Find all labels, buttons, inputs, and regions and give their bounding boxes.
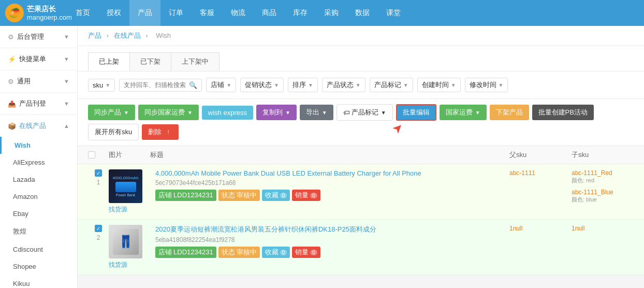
expand-sku-button[interactable]: 展开所有sku [88, 124, 139, 140]
sidebar-group-general: ⚙ 通用 ▼ [0, 70, 77, 93]
table-row: 2 👖 找货源 2020夏季运动短裤潮流宽松港风男装五分裤针织休闲裤DK18-P… [78, 220, 644, 275]
red-arrow-indicator: ➤ [389, 119, 406, 137]
chevron-icon: ▼ [64, 100, 69, 107]
table-header-child-sku: 子sku [572, 150, 634, 160]
sync-product-arrow: ▼ [124, 110, 129, 116]
export-arrow: ▼ [322, 110, 327, 116]
wish-express-button[interactable]: wish express [202, 106, 253, 120]
sidebar-group-publish-header[interactable]: 📤 产品刊登 ▼ [0, 93, 77, 114]
row2-collect-count: 0 [280, 250, 287, 255]
table-row: 1 4000,000mAh Power Bank 找货源 4,000,000mA… [78, 164, 644, 220]
row2-find-source[interactable]: 找货源 [109, 261, 150, 269]
product-tag-button[interactable]: 🏷 产品标记 ▼ [336, 104, 393, 121]
nav-product[interactable]: 产品 [129, 0, 160, 26]
search-icon: 🔍 [189, 81, 197, 89]
store-filter-arrow: ▼ [226, 82, 231, 88]
breadcrumb-sep1: › [107, 32, 111, 39]
sidebar: ⚙ 后台管理 ▼ ⚡ 快捷菜单 ▼ ⚙ 通用 ▼ [0, 26, 78, 288]
chevron-icon: ▼ [64, 34, 69, 40]
search-box[interactable]: 🔍 [119, 79, 202, 92]
row1-product-id: 5ec79073e44fce425b171a68 [155, 179, 509, 186]
country-shipping-arrow: ▼ [475, 110, 480, 116]
take-down-button[interactable]: 下架产品 [490, 105, 529, 120]
batch-create-pb-button[interactable]: 批量创建PB活动 [532, 105, 594, 120]
tab-delisted[interactable]: 已下架 [129, 52, 171, 71]
nav-home[interactable]: 首页 [67, 0, 98, 26]
sidebar-item-shopee[interactable]: Shopee [0, 258, 77, 275]
sidebar-group-quickmenu-header[interactable]: ⚡ 快捷菜单 ▼ [0, 48, 77, 70]
breadcrumb-online[interactable]: 在线产品 [114, 32, 141, 39]
tab-listing[interactable]: 上下架中 [171, 52, 219, 71]
create-time-filter-arrow: ▼ [451, 82, 456, 88]
sort-filter[interactable]: 排序 ▼ [288, 78, 318, 92]
search-input[interactable] [124, 81, 186, 89]
row1-parent-sku: abc-1111 [509, 169, 572, 177]
nav-course[interactable]: 课堂 [378, 0, 409, 26]
nav-purchase[interactable]: 采购 [316, 0, 347, 26]
country-shipping-button[interactable]: 国家运费 ▼ [440, 105, 487, 120]
row2-status-tag: 状态 审核中 [218, 247, 260, 258]
sync-shipping-button[interactable]: 同步国家运费 ▼ [138, 105, 199, 120]
row2-checkbox[interactable] [95, 225, 102, 232]
sidebar-item-cdiscount[interactable]: Cdiscount [0, 241, 77, 258]
sidebar-item-dunhuang[interactable]: 敦煌 [0, 222, 77, 241]
create-time-filter[interactable]: 创建时间 ▼ [417, 78, 461, 92]
sidebar-group-online-header[interactable]: 📦 在线产品 ▲ [0, 115, 77, 137]
copy-to-button[interactable]: 复制到 ▼ [256, 105, 297, 120]
promo-filter[interactable]: 促销状态 ▼ [240, 78, 284, 92]
row2-product-id: 5eba41808f822254ea1f9278 [155, 236, 509, 243]
status-filter[interactable]: 产品状态 ▼ [322, 78, 365, 92]
row1-product-image: 4000,000mAh Power Bank [109, 169, 142, 203]
sidebar-item-ebay[interactable]: Ebay [0, 205, 77, 222]
row2-collect-tag: 收藏 0 [262, 247, 290, 258]
row2-product-info: 2020夏季运动短裤潮流宽松港风男装五分裤针织休闲裤DK18-P25面料成分 5… [150, 225, 509, 258]
row1-product-info: 4,000,000mAh Mobile Power Bank Dual USB … [150, 169, 509, 201]
nav-auth[interactable]: 授权 [98, 0, 129, 26]
sidebar-item-wish[interactable]: Wish [0, 137, 77, 154]
top-navigation: 🥭 芒果店长 mangoerp.com 首页 授权 产品 订单 客服 物流 商品… [0, 0, 644, 26]
sku-filter[interactable]: sku ▼ [88, 79, 115, 92]
delete-button[interactable]: 删除 ! [142, 124, 179, 140]
sidebar-group-quickmenu: ⚡ 快捷菜单 ▼ [0, 48, 77, 70]
sidebar-item-kikuu[interactable]: Kikuu [0, 275, 77, 288]
row1-checkbox[interactable] [95, 169, 102, 177]
sidebar-group-general-header[interactable]: ⚙ 通用 ▼ [0, 70, 77, 92]
promo-filter-arrow: ▼ [274, 82, 279, 88]
row2-sales-tag: 销量 0 [292, 247, 320, 258]
nav-items: 首页 授权 产品 订单 客服 物流 商品 库存 采购 数据 课堂 [67, 0, 409, 26]
update-time-filter[interactable]: 修改时间 ▼ [465, 78, 508, 92]
row1-collect-tag: 收藏 0 [262, 190, 290, 201]
row1-product-title[interactable]: 4,000,000mAh Mobile Power Bank Dual USB … [155, 169, 509, 177]
batch-edit-button[interactable]: 批量编辑 [396, 104, 436, 121]
row1-sales-count: 0 [310, 193, 317, 198]
sidebar-group-online: 📦 在线产品 ▲ Wish AliExpress Lazada Amazon E… [0, 115, 77, 288]
sidebar-item-aliexpress[interactable]: AliExpress [0, 154, 77, 171]
row2-image-cell: 👖 找货源 [109, 225, 150, 269]
select-all-checkbox[interactable] [88, 151, 95, 159]
nav-logistics[interactable]: 物流 [223, 0, 254, 26]
sort-filter-arrow: ▼ [308, 82, 313, 88]
export-button[interactable]: 导出 ▼ [300, 105, 333, 120]
row1-find-source[interactable]: 找货源 [109, 205, 150, 214]
sidebar-group-backend-header[interactable]: ⚙ 后台管理 ▼ [0, 26, 77, 48]
breadcrumb-product[interactable]: 产品 [88, 32, 101, 39]
sidebar-item-amazon[interactable]: Amazon [0, 188, 77, 205]
table-header-parent-sku: 父sku [509, 150, 572, 160]
nav-data[interactable]: 数据 [347, 0, 378, 26]
store-filter[interactable]: 店铺 ▼ [206, 78, 236, 92]
table-header-select [88, 150, 109, 160]
sync-product-button[interactable]: 同步产品 ▼ [88, 105, 135, 120]
nav-goods[interactable]: 商品 [254, 0, 285, 26]
tab-listed[interactable]: 已上架 [88, 52, 130, 71]
row1-child-sku: abc-1111_Red 颜色: red abc-1111_Blue 颜色: b… [572, 169, 634, 204]
nav-service[interactable]: 客服 [192, 0, 223, 26]
row2-product-image: 👖 [109, 225, 142, 258]
table-header-img: 图片 [109, 150, 150, 160]
content-area: 产品 › 在线产品 › Wish 已上架 已下架 上下架中 sku ▼ 🔍 [78, 26, 644, 288]
row1-controls: 1 [88, 169, 109, 186]
tag-filter[interactable]: 产品标记 ▼ [370, 78, 413, 92]
nav-order[interactable]: 订单 [160, 0, 192, 26]
row2-product-title[interactable]: 2020夏季运动短裤潮流宽松港风男装五分裤针织休闲裤DK18-P25面料成分 [155, 225, 509, 234]
sidebar-item-lazada[interactable]: Lazada [0, 171, 77, 188]
nav-inventory[interactable]: 库存 [285, 0, 316, 26]
